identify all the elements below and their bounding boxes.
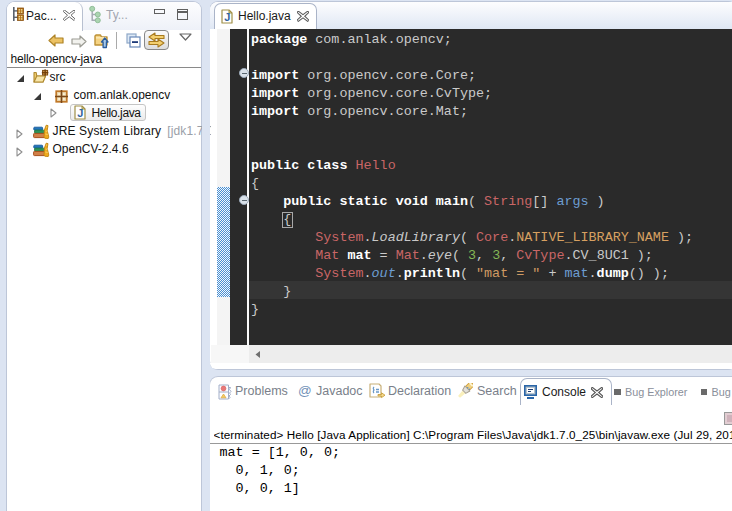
svg-text:J: J xyxy=(77,107,83,119)
svg-text:J: J xyxy=(224,11,230,23)
